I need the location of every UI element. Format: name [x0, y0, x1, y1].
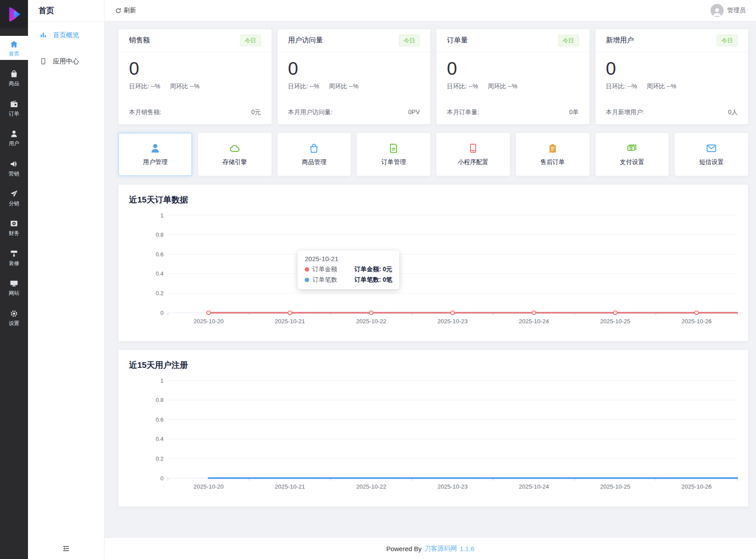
- clipboard-icon: [547, 143, 558, 154]
- today-badge: 今日: [717, 35, 738, 46]
- stat-title: 订单量: [447, 36, 468, 45]
- sidebar-item-distribution[interactable]: 分销: [0, 185, 28, 210]
- stat-month-row: 本月新增用户:0人: [606, 108, 738, 116]
- stat-card-body: 0日环比: --%周环比 --%本月用户访问量:0PV: [278, 52, 431, 124]
- shortcut-payment[interactable]: 支付设置: [596, 133, 669, 176]
- plane-icon: [10, 189, 18, 198]
- stat-value: 0: [129, 59, 261, 78]
- collapse-sidebar-button[interactable]: [28, 538, 104, 559]
- svg-text:0: 0: [160, 475, 164, 482]
- svg-text:2025-10-20: 2025-10-20: [193, 318, 223, 325]
- sidebar-item-label: 首页: [9, 51, 19, 57]
- stat-month-row: 本月用户访问量:0PV: [288, 108, 420, 116]
- shortcut-label: 商品管理: [302, 158, 326, 166]
- svg-text:2025-10-22: 2025-10-22: [356, 318, 386, 325]
- stat-card-header: 订单量今日: [436, 29, 589, 52]
- tooltip-row: 订单金额订单金额: 0元: [305, 266, 392, 273]
- orders-line-chart[interactable]: 00.20.40.60.812025-10-202025-10-212025-1…: [129, 212, 738, 326]
- shortcut-user-manage[interactable]: 用户管理: [118, 133, 192, 176]
- sidebar-item-orders[interactable]: 订单: [0, 96, 28, 120]
- shortcut-mini-program[interactable]: 小程序配置: [436, 133, 510, 176]
- stat-card-body: 0日环比: --%周环比 --%本月销售额:0元: [118, 52, 272, 124]
- user-fill-icon: [150, 143, 161, 154]
- week-ratio: 周环比 --%: [329, 83, 359, 91]
- svg-text:2025-10-22: 2025-10-22: [356, 483, 386, 490]
- sidebar-item-marketing[interactable]: 营销: [0, 156, 28, 180]
- series-dot-icon: [305, 278, 309, 282]
- stat-title: 新增用户: [606, 36, 634, 45]
- shortcut-storage[interactable]: 存储引擎: [198, 133, 272, 176]
- brand-link[interactable]: 刀客源码网: [424, 545, 457, 553]
- day-ratio: 日环比: --%: [447, 83, 478, 91]
- submenu-item-label: 首页概览: [53, 31, 79, 39]
- registrations-line-chart[interactable]: 00.20.40.60.812025-10-202025-10-212025-1…: [129, 377, 738, 492]
- svg-text:2025-10-21: 2025-10-21: [275, 483, 305, 490]
- monitor-icon: [10, 279, 18, 288]
- shortcut-label: 订单管理: [381, 158, 406, 166]
- refresh-label: 刷新: [124, 7, 136, 14]
- submenu-title: 首页: [28, 0, 104, 22]
- registrations-chart-card: 近15天用户注册 00.20.40.60.812025-10-202025-10…: [118, 350, 748, 507]
- dashboard-content: 销售额今日0日环比: --%周环比 --%本月销售额:0元用户访问量今日0日环比…: [105, 21, 756, 538]
- shortcut-label: 支付设置: [620, 158, 644, 166]
- stat-title: 用户访问量: [288, 36, 323, 45]
- tooltip-rows: 订单金额订单金额: 0元订单笔数订单笔数: 0笔: [305, 266, 392, 284]
- shortcut-order-manage[interactable]: 订单管理: [357, 133, 430, 176]
- svg-text:2025-10-23: 2025-10-23: [437, 318, 467, 325]
- day-ratio: 日环比: --%: [606, 83, 638, 91]
- day-ratio: 日环比: --%: [288, 83, 320, 91]
- svg-text:2025-10-25: 2025-10-25: [600, 483, 630, 490]
- bag-icon: [10, 70, 18, 78]
- avatar: [711, 4, 724, 17]
- svg-text:0.6: 0.6: [156, 251, 164, 258]
- stat-card-orders: 订单量今日0日环比: --%周环比 --%本月订单量:0单: [436, 29, 589, 124]
- shortcut-label: 售后订单: [540, 158, 565, 166]
- sidebar-item-settings[interactable]: 设置: [0, 305, 28, 329]
- shortcut-sms[interactable]: 短信设置: [675, 133, 748, 176]
- shortcut-after-sale[interactable]: 售后订单: [516, 133, 589, 176]
- money-icon: [626, 143, 638, 154]
- svg-text:0.6: 0.6: [156, 416, 164, 423]
- shortcut-label: 存储引擎: [223, 158, 247, 166]
- today-badge: 今日: [558, 35, 579, 46]
- svg-text:0.8: 0.8: [156, 397, 164, 403]
- stat-month-label: 本月销售额:: [129, 108, 161, 116]
- bar-chart-icon: [39, 31, 47, 39]
- refresh-button[interactable]: 刷新: [115, 7, 136, 14]
- sidebar-item-website[interactable]: 网站: [0, 275, 28, 299]
- svg-text:2025-10-26: 2025-10-26: [681, 318, 711, 325]
- submenu-item-overview[interactable]: 首页概览: [28, 22, 104, 48]
- sidebar-item-home[interactable]: 首页: [0, 36, 28, 60]
- money-frame-icon: [10, 219, 18, 228]
- sidebar-item-finance[interactable]: 财务: [0, 215, 28, 239]
- app-logo[interactable]: [0, 0, 28, 28]
- svg-text:2025-10-26: 2025-10-26: [681, 483, 711, 490]
- svg-text:0.2: 0.2: [156, 290, 164, 297]
- doc-icon: [388, 143, 399, 154]
- app-icon: [39, 57, 47, 65]
- sidebar-item-decorate[interactable]: 装修: [0, 245, 28, 269]
- stat-month-label: 本月用户访问量:: [288, 108, 333, 116]
- phone-icon: [467, 143, 479, 154]
- submenu-nav: 首页概览应用中心: [28, 22, 104, 74]
- admin-menu[interactable]: 管理员: [711, 4, 746, 17]
- svg-text:0.2: 0.2: [156, 455, 164, 462]
- week-ratio: 周环比 --%: [488, 83, 518, 91]
- shortcut-label: 小程序配置: [458, 158, 488, 166]
- shortcuts-row: 用户管理存储引擎商品管理订单管理小程序配置售后订单支付设置短信设置: [118, 133, 748, 176]
- day-ratio: 日环比: --%: [129, 83, 160, 91]
- sidebar-item-label: 商品: [9, 80, 19, 87]
- megaphone-icon: [10, 160, 18, 168]
- sidebar-item-goods[interactable]: 商品: [0, 66, 28, 90]
- today-badge: 今日: [240, 35, 261, 46]
- submenu-item-app-center[interactable]: 应用中心: [28, 48, 104, 74]
- stat-value: 0: [288, 59, 420, 78]
- tooltip-series-name: 订单笔数: [313, 276, 337, 284]
- shortcut-label: 短信设置: [699, 158, 724, 166]
- svg-text:2025-10-20: 2025-10-20: [193, 483, 223, 490]
- mail-icon: [706, 143, 717, 154]
- shortcut-goods-manage[interactable]: 商品管理: [278, 133, 351, 176]
- stat-month-value: 0单: [569, 108, 579, 116]
- sidebar-item-label: 分销: [9, 200, 19, 206]
- sidebar-item-users[interactable]: 用户: [0, 126, 28, 150]
